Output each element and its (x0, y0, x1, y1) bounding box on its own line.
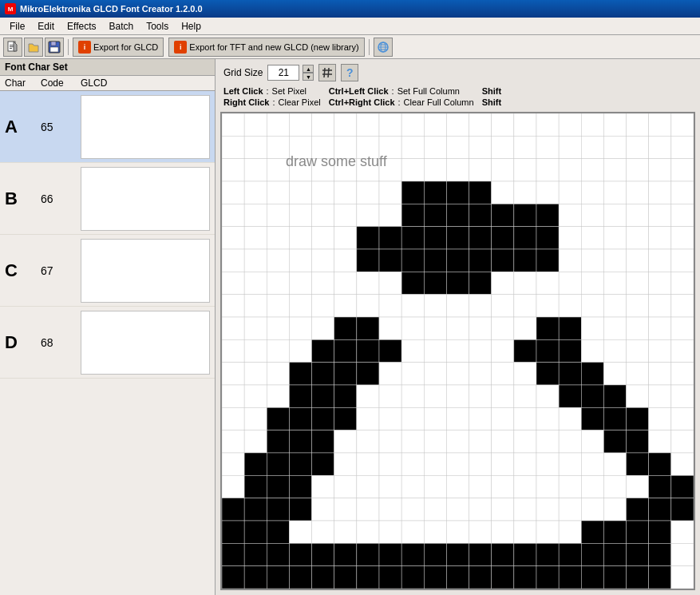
hint-left-val: Set Pixel (272, 86, 306, 96)
export-tft-button[interactable]: i Export for TFT and new GLCD (new libra… (168, 38, 364, 57)
svg-line-14 (328, 68, 329, 77)
export-glcd-icon: i (78, 41, 91, 54)
hint-shift-left: Shift (482, 86, 501, 96)
charset-item-C[interactable]: C 67 (0, 235, 215, 307)
grid-size-label: Grid Size (223, 67, 263, 78)
charset-list: A 65 B 66 C 67 D 68 (0, 91, 215, 595)
hint-shift-right: Shift (482, 97, 501, 107)
hint-right-click: Right Click (223, 97, 269, 107)
grid-up-button[interactable]: ▲ (303, 65, 314, 73)
hint-row-shift-left: Shift (482, 86, 501, 96)
hint-row-ctrl-right: Ctrl+Right Click : Clear Full Column (329, 97, 474, 107)
hint-ctrl-left: Ctrl+Left Click (329, 86, 389, 96)
hint-ctrl-right: Ctrl+Right Click (329, 97, 395, 107)
charset-item-D[interactable]: D 68 (0, 307, 215, 379)
svg-rect-3 (10, 46, 14, 47)
hint-left-click: Left Click (223, 86, 263, 96)
title-text: MikroElektronika GLCD Font Creator 1.2.0… (20, 4, 203, 14)
svg-rect-6 (51, 42, 56, 46)
panel-title: Font Char Set (0, 59, 215, 76)
toolbar: i Export for GLCD i Export for TFT and n… (0, 35, 700, 59)
hint-row-right: Right Click : Clear Pixel (223, 97, 321, 107)
menu-help[interactable]: Help (175, 19, 208, 34)
menu-effects[interactable]: Effects (61, 19, 102, 34)
col-glcd: GLCD (81, 77, 210, 89)
hint-ctrl-left-val: Set Full Column (397, 86, 460, 96)
svg-marker-1 (14, 42, 17, 51)
toolbar-sep-1 (68, 39, 69, 55)
export-tft-icon: i (174, 41, 187, 54)
grid-size-input[interactable] (267, 65, 299, 81)
code-A: 65 (41, 121, 81, 133)
hint-right-val: Clear Pixel (279, 97, 321, 107)
svg-rect-7 (50, 47, 58, 52)
col-code: Code (41, 77, 81, 89)
charset-header: Char Code GLCD (0, 76, 215, 91)
right-panel: Grid Size ▲ ▼ ? Left Click : Set Pixel (216, 59, 700, 595)
save-button[interactable] (45, 38, 64, 57)
charset-item-A[interactable]: A 65 (0, 91, 215, 163)
menu-tools[interactable]: Tools (140, 19, 175, 34)
preview-A (81, 95, 210, 159)
toolbar-sep-2 (369, 39, 370, 55)
menu-file[interactable]: File (3, 19, 31, 34)
grid-hash-button[interactable] (318, 64, 336, 81)
char-B: B (5, 188, 41, 209)
charset-item-B[interactable]: B 66 (0, 163, 215, 235)
hint-ctrl-right-val: Clear Full Column (404, 97, 474, 107)
menu-bar: File Edit Effects Batch Tools Help (0, 18, 700, 35)
menu-batch[interactable]: Batch (103, 19, 140, 34)
char-A: A (5, 117, 41, 137)
grid-controls: Grid Size ▲ ▼ ? (220, 64, 695, 81)
new-button[interactable] (3, 38, 22, 57)
grid-down-button[interactable]: ▼ (303, 73, 314, 81)
hint-col-3: Shift Shift (482, 86, 501, 107)
left-panel: Font Char Set Char Code GLCD A 65 B 66 C… (0, 59, 216, 595)
hint-row-ctrl-left: Ctrl+Left Click : Set Full Column (329, 86, 474, 96)
hint-bar: Left Click : Set Pixel Right Click : Cle… (220, 86, 695, 107)
grid-spin: ▲ ▼ (303, 65, 314, 81)
code-D: 68 (41, 336, 81, 349)
svg-rect-4 (10, 48, 12, 49)
preview-B (81, 167, 210, 231)
open-button[interactable] (24, 38, 43, 57)
web-button[interactable] (374, 38, 393, 57)
code-B: 66 (41, 192, 81, 205)
preview-D (81, 311, 210, 375)
drawing-area[interactable]: draw some stuff (220, 112, 695, 590)
char-D: D (5, 332, 41, 353)
main-content: Font Char Set Char Code GLCD A 65 B 66 C… (0, 59, 700, 595)
export-glcd-button[interactable]: i Export for GLCD (73, 38, 164, 57)
hint-col-1: Left Click : Set Pixel Right Click : Cle… (223, 86, 321, 107)
hint-row-left: Left Click : Set Pixel (223, 86, 321, 96)
app-icon: M (5, 3, 16, 14)
pixel-canvas[interactable] (222, 113, 694, 589)
hint-col-2: Ctrl+Left Click : Set Full Column Ctrl+R… (329, 86, 474, 107)
title-bar: M MikroElektronika GLCD Font Creator 1.2… (0, 0, 700, 18)
preview-C (81, 239, 210, 303)
code-C: 67 (41, 264, 81, 277)
col-char: Char (5, 77, 41, 89)
char-C: C (5, 260, 41, 281)
svg-line-13 (324, 68, 325, 77)
help-button[interactable]: ? (341, 64, 358, 81)
help-icon: ? (346, 66, 354, 79)
hint-row-shift-right: Shift (482, 97, 501, 107)
svg-rect-2 (10, 45, 14, 46)
menu-edit[interactable]: Edit (31, 19, 61, 34)
